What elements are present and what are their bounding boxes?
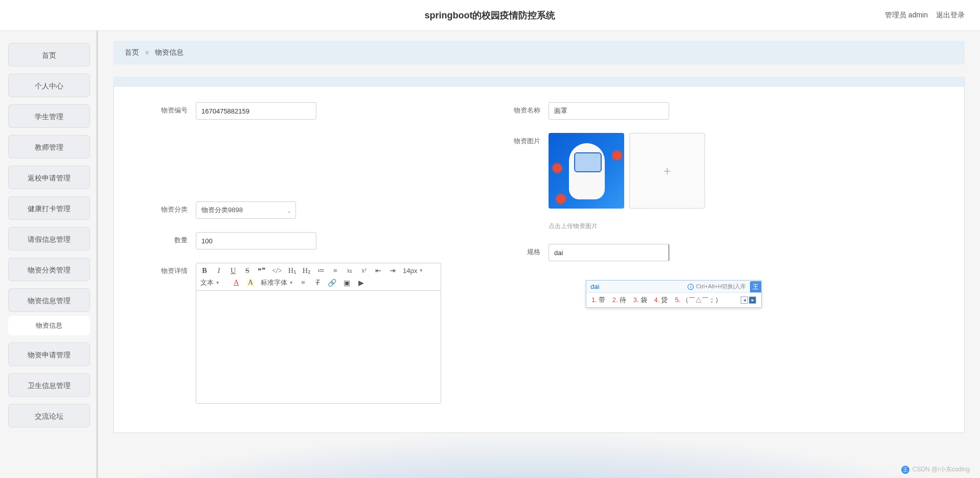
logout-link[interactable]: 退出登录 [936,11,965,20]
sidebar-item-profile[interactable]: 个人中心 [8,74,90,97]
upload-button[interactable]: + [629,133,705,209]
ime-prev-icon[interactable]: ◂ [741,297,748,304]
sidebar-item-return-apply[interactable]: 返校申请管理 [8,166,90,189]
sidebar-item-apply[interactable]: 物资申请管理 [8,343,90,366]
underline-icon[interactable]: U [229,267,237,275]
sidebar-item-leave[interactable]: 请假信息管理 [8,227,90,251]
sidebar-item-teachers[interactable]: 教师管理 [8,135,90,158]
outdent-icon[interactable]: ⇤ [374,266,382,275]
clear-icon[interactable]: T [313,279,322,287]
spec-label: 规格 [503,244,549,257]
breadcrumb-home[interactable]: 首页 [125,48,139,57]
color-icon[interactable]: A [232,279,240,287]
strike-icon[interactable]: S [243,267,252,275]
video-icon[interactable]: ▶ [357,279,365,287]
qty-input[interactable] [196,232,316,249]
link-icon[interactable]: 🔗 [328,279,336,287]
sidebar-item-home[interactable]: 首页 [8,43,90,66]
textstyle-select[interactable]: 文本 [200,278,226,287]
category-label: 物资分类 [150,201,196,214]
sidebar: 首页 个人中心 学生管理 教师管理 返校申请管理 健康打卡管理 请假信息管理 物… [0,31,98,478]
superscript-icon[interactable]: x² [360,267,368,275]
name-input[interactable] [549,102,669,120]
qty-label: 数量 [150,232,196,245]
subscript-icon[interactable]: x₂ [346,267,354,275]
ime-candidate[interactable]: 3.袋 [633,295,647,305]
sidebar-item-forum[interactable]: 交流论坛 [8,404,90,427]
category-select[interactable]: 物资分类9898 [196,201,296,219]
image-label: 物资图片 [503,133,549,146]
sidebar-item-hygiene[interactable]: 卫生信息管理 [8,373,90,397]
user-label[interactable]: 管理员 admin [885,11,928,20]
fontsize-select[interactable]: 14px [403,267,428,275]
ime-next-icon[interactable]: ▸ [749,297,756,304]
page-title: springboot的校园疫情防控系统 [425,9,556,21]
fontfamily-select[interactable]: 标准字体 [261,278,293,287]
breadcrumb-sep-icon: ≡ [145,49,149,56]
bgcolor-icon[interactable]: A [246,279,255,287]
image-icon[interactable]: ▣ [343,279,351,287]
upload-hint: 点击上传物资图片 [549,222,705,231]
ime-shortcut: Ctrl+Alt+H切换|入库 [696,283,746,290]
breadcrumb: 首页 ≡ 物资信息 [113,41,965,64]
ol-icon[interactable]: ≔ [317,266,325,275]
ul-icon[interactable]: ≡ [331,267,339,275]
watermark: 王 CSDN @/小东coding [901,465,970,474]
ime-candidate[interactable]: 2.待 [612,295,626,305]
code-input[interactable] [196,102,316,120]
indent-icon[interactable]: ⇥ [389,266,397,275]
ime-badge-icon: 王 [750,281,761,292]
align-icon[interactable]: ≡ [299,279,307,287]
uploaded-image[interactable] [549,133,624,209]
breadcrumb-current: 物资信息 [155,48,184,57]
italic-icon[interactable]: I [215,267,223,275]
rich-editor[interactable]: B I U S ❝❞ </> H₁ H₂ ≔ ≡ x₂ [196,263,441,404]
sidebar-item-health-check[interactable]: 健康打卡管理 [8,196,90,220]
ime-candidate[interactable]: 1.带 [591,295,605,305]
bold-icon[interactable]: B [200,267,209,275]
name-label: 物资名称 [503,102,549,115]
sidebar-item-category[interactable]: 物资分类管理 [8,258,90,281]
sidebar-item-students[interactable]: 学生管理 [8,104,90,128]
h1-icon[interactable]: H₁ [288,266,297,275]
ime-candidate[interactable]: 5.（￣△￣；） [675,295,722,305]
ime-typed: dai [590,283,599,290]
editor-body[interactable] [196,291,441,403]
code-icon[interactable]: </> [272,267,282,275]
spec-input[interactable] [549,244,669,261]
detail-label: 物资详情 [150,263,196,276]
quote-icon[interactable]: ❝❞ [258,266,266,275]
ime-candidate[interactable]: 4.贷 [654,295,668,305]
plus-icon: + [663,163,671,179]
sidebar-subitem-supplies-info[interactable]: 物资信息 [8,316,90,335]
watermark-badge-icon: 王 [901,466,909,474]
code-label: 物资编号 [150,102,196,115]
ime-popup: dai i Ctrl+Alt+H切换|入库 王 1.带 2.待 3.袋 4.贷 … [586,280,762,308]
info-icon: i [688,284,694,290]
sidebar-item-supplies[interactable]: 物资信息管理 [8,288,90,312]
h2-icon[interactable]: H₂ [303,266,311,275]
